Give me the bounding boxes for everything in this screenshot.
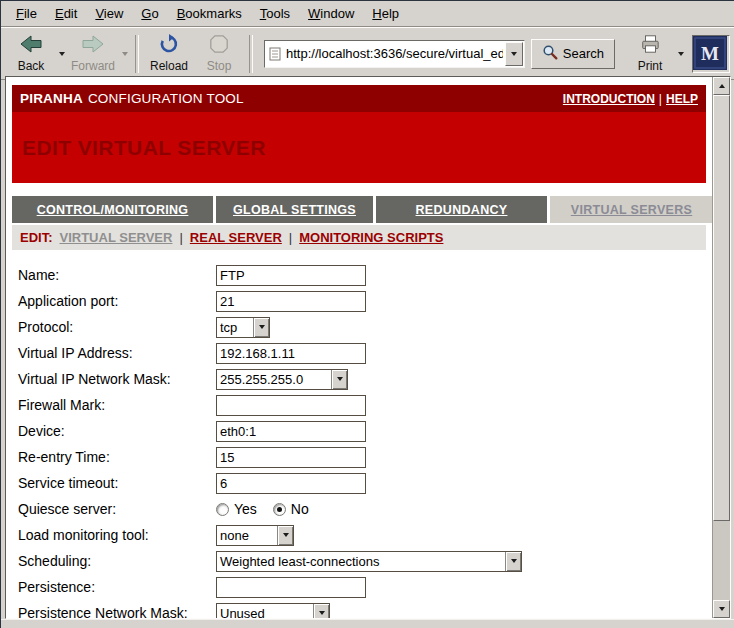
menu-window[interactable]: Window xyxy=(299,3,363,24)
tab-label: REDUNDANCY xyxy=(416,203,508,217)
forward-dropdown[interactable] xyxy=(119,33,130,75)
separator: | xyxy=(282,230,299,245)
real-server-link[interactable]: REAL SERVER xyxy=(190,230,282,245)
title-band: EDIT VIRTUAL SERVER xyxy=(12,112,706,183)
print-dropdown[interactable] xyxy=(675,33,686,75)
name-label: Name: xyxy=(12,267,216,283)
firewall-mark-label: Firewall Mark: xyxy=(12,397,216,413)
dropdown-arrow-icon[interactable] xyxy=(331,370,347,389)
print-button[interactable]: Print xyxy=(625,33,675,75)
menu-bookmarks[interactable]: Bookmarks xyxy=(168,3,251,24)
menu-view[interactable]: View xyxy=(86,3,132,24)
help-link[interactable]: HELP xyxy=(666,92,698,106)
dropdown-arrow-icon[interactable] xyxy=(253,318,269,337)
tab-redundancy[interactable]: REDUNDANCY xyxy=(376,196,547,223)
menu-help[interactable]: Help xyxy=(363,3,408,24)
scroll-down-button[interactable] xyxy=(713,600,730,618)
radio-label: Yes xyxy=(234,501,257,517)
window-bottom-frame xyxy=(1,619,734,628)
virtual-ip-network-mask-select[interactable]: 255.255.255.0 xyxy=(216,369,348,390)
re-entry-time-label: Re-entry Time: xyxy=(12,449,216,465)
protocol-label: Protocol: xyxy=(12,319,216,335)
form-row: Application port: xyxy=(12,288,706,314)
name-input[interactable] xyxy=(216,265,366,286)
back-dropdown[interactable] xyxy=(56,33,67,75)
reload-button[interactable]: Reload xyxy=(144,33,194,75)
subnav-prefix: EDIT: xyxy=(20,230,53,245)
menu-edit[interactable]: Edit xyxy=(46,3,86,24)
tab-control-monitoring[interactable]: CONTROL/MONITORING xyxy=(12,196,213,223)
load-monitoring-tool-select[interactable]: none xyxy=(216,525,294,546)
quiesce-server-no-radio[interactable]: No xyxy=(273,501,309,517)
header-links: INTRODUCTION|HELP xyxy=(563,92,698,106)
back-label: Back xyxy=(18,59,45,73)
device-label: Device: xyxy=(12,423,216,439)
firewall-mark-input[interactable] xyxy=(216,395,366,416)
form-row: Persistence Network Mask:Unused xyxy=(12,600,706,618)
device-input[interactable] xyxy=(216,421,366,442)
dropdown-arrow-icon[interactable] xyxy=(313,604,329,619)
stop-button[interactable]: Stop xyxy=(194,33,244,75)
re-entry-time-input[interactable] xyxy=(216,447,366,468)
forward-button[interactable]: Forward xyxy=(67,33,119,75)
persistence-network-mask-label: Persistence Network Mask: xyxy=(12,605,216,618)
persistence-network-mask-select[interactable]: Unused xyxy=(216,603,330,619)
form-row: Re-entry Time: xyxy=(12,444,706,470)
url-input[interactable] xyxy=(284,44,505,64)
separator: | xyxy=(655,92,666,106)
dropdown-arrow-icon[interactable] xyxy=(277,526,293,545)
radio-icon[interactable] xyxy=(216,503,229,516)
browser-viewport: PIRANHA CONFIGURATION TOOL INTRODUCTION|… xyxy=(5,76,731,619)
radio-icon[interactable] xyxy=(273,503,286,516)
form-fields: Name:Application port:Protocol:tcpVirtua… xyxy=(12,262,706,618)
mozilla-logo-icon[interactable]: M xyxy=(692,35,730,73)
dropdown-arrow-icon[interactable] xyxy=(505,552,521,571)
quiesce-server-radio-group: YesNo xyxy=(216,501,309,517)
search-button[interactable]: Search xyxy=(531,39,615,69)
select-value: Unused xyxy=(217,606,313,619)
form-row: Scheduling:Weighted least-connections xyxy=(12,548,706,574)
page-title: EDIT VIRTUAL SERVER xyxy=(22,136,266,160)
chevron-down-icon xyxy=(122,52,128,56)
tab-virtual-servers[interactable]: VIRTUAL SERVERS xyxy=(550,196,712,223)
page-content: PIRANHA CONFIGURATION TOOL INTRODUCTION|… xyxy=(6,77,712,618)
subnav-links: VIRTUAL SERVER|REAL SERVER|MONITORING SC… xyxy=(60,230,444,245)
form-row: Quiesce server:YesNo xyxy=(12,496,706,522)
virtual-server-link[interactable]: VIRTUAL SERVER xyxy=(60,230,173,245)
select-value: none xyxy=(217,528,277,543)
virtual-ip-address-input[interactable] xyxy=(216,343,366,364)
scheduling-select[interactable]: Weighted least-connections xyxy=(216,551,522,572)
persistence-input[interactable] xyxy=(216,577,366,598)
form-row: Device: xyxy=(12,418,706,444)
introduction-link[interactable]: INTRODUCTION xyxy=(563,92,655,106)
stop-icon xyxy=(208,34,230,58)
menu-file[interactable]: File xyxy=(7,3,46,24)
toolbar-separator xyxy=(249,35,253,73)
application-port-input[interactable] xyxy=(216,291,366,312)
stop-label: Stop xyxy=(207,59,232,73)
forward-icon xyxy=(81,34,105,58)
scrollbar-thumb[interactable] xyxy=(713,95,730,521)
menu-go[interactable]: Go xyxy=(132,3,167,24)
scroll-up-button[interactable] xyxy=(713,77,730,95)
monitoring-scripts-link[interactable]: MONITORING SCRIPTS xyxy=(299,230,443,245)
search-icon xyxy=(542,44,558,63)
tab-global-settings[interactable]: GLOBAL SETTINGS xyxy=(216,196,373,223)
toolbar: Back Forward Reload Stop xyxy=(1,27,734,80)
chevron-down-icon xyxy=(678,52,684,56)
back-button[interactable]: Back xyxy=(6,33,56,75)
tab-label: VIRTUAL SERVERS xyxy=(571,203,692,217)
forward-label: Forward xyxy=(71,59,115,73)
tab-label: CONTROL/MONITORING xyxy=(37,203,189,217)
quiesce-server-label: Quiesce server: xyxy=(12,501,216,517)
search-label: Search xyxy=(563,46,604,61)
service-timeout-input[interactable] xyxy=(216,473,366,494)
protocol-select[interactable]: tcp xyxy=(216,317,270,338)
menu-tools[interactable]: Tools xyxy=(251,3,299,24)
arrow-down-icon xyxy=(719,607,725,611)
radio-label: No xyxy=(291,501,309,517)
url-dropdown[interactable] xyxy=(505,42,523,66)
quiesce-server-yes-radio[interactable]: Yes xyxy=(216,501,257,517)
select-value: Weighted least-connections xyxy=(217,554,505,569)
vertical-scrollbar[interactable] xyxy=(712,77,730,618)
